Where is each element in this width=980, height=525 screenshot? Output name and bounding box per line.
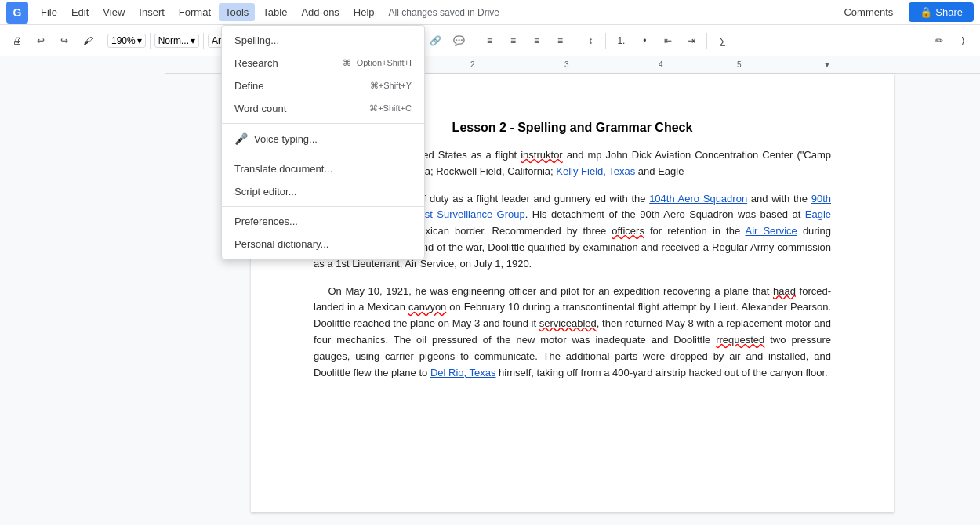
wordcount-label: Word count [234, 103, 286, 114]
ruler-mark-4: 4 [659, 60, 663, 69]
voicetyping-label: Voice typing... [254, 133, 318, 145]
personaldictionary-label: Personal dictionary... [234, 238, 328, 250]
misspelled-serviceabled: serviceabled [539, 317, 597, 329]
preferences-label: Preferences... [234, 215, 298, 227]
line-spacing-button[interactable]: ↕ [579, 30, 601, 52]
dropdown-personaldictionary[interactable]: Personal dictionary... [222, 233, 424, 255]
research-label: Research [234, 57, 278, 69]
toolbar-sep-3 [203, 33, 204, 49]
misspelled-officers: officers [612, 225, 644, 237]
ruler-mark-2: 2 [470, 60, 475, 69]
doc-paragraph-3: On May 10, 1921, he was engineering offi… [314, 284, 831, 382]
dropdown-scripteditor[interactable]: Script editor... [222, 180, 424, 203]
zoom-selector[interactable]: 190% ▾ [107, 34, 146, 48]
menu-view[interactable]: View [96, 3, 131, 21]
menu-help[interactable]: Help [347, 3, 381, 21]
dropdown-wordcount[interactable]: Word count ⌘+Shift+C [222, 97, 424, 120]
define-label: Define [234, 80, 264, 92]
align-left-button[interactable]: ≡ [478, 30, 500, 52]
dropdown-voicetyping[interactable]: 🎤 Voice typing... [222, 127, 424, 150]
toolbar-sep-8 [575, 33, 575, 49]
undo-button[interactable]: ↩ [30, 30, 52, 52]
menu-file[interactable]: File [34, 3, 64, 21]
dropdown-spelling[interactable]: Spelling... [222, 29, 424, 52]
zoom-arrow-icon: ▾ [137, 35, 142, 46]
toolbar-sep-10 [706, 33, 707, 49]
expand-button[interactable]: ⟩ [952, 30, 974, 52]
comment-inline-button[interactable]: 💬 [448, 30, 470, 52]
top-right-buttons: Comments 🔒 Share [834, 2, 974, 22]
redo-button[interactable]: ↪ [53, 30, 75, 52]
align-right-button[interactable]: ≡ [525, 30, 547, 52]
align-justify-button[interactable]: ≡ [549, 30, 571, 52]
menu-tools[interactable]: Tools [219, 3, 255, 21]
link-button[interactable]: 🔗 [424, 30, 446, 52]
misspelled-canvyon: canvyon [408, 301, 446, 313]
dropdown-define[interactable]: Define ⌘+Shift+Y [222, 74, 424, 97]
indent-button[interactable]: ⇥ [681, 30, 702, 52]
menu-format[interactable]: Format [172, 3, 217, 21]
spelling-label: Spelling... [234, 34, 279, 46]
pencil-button[interactable]: ✏ [928, 30, 950, 52]
comments-button[interactable]: Comments [834, 2, 902, 22]
ruler-mark-5: 5 [737, 60, 742, 69]
dropdown-sep-2 [222, 154, 424, 154]
print-button[interactable]: 🖨 [6, 30, 28, 52]
format-paint-button[interactable]: 🖌 [77, 30, 99, 52]
mic-icon: 🎤 [234, 132, 248, 145]
toolbar: 🖨 ↩ ↪ 🖌 190% ▾ Norm... ▾ Arial ▾ − 11 + … [0, 25, 980, 56]
app-icon: G [6, 2, 28, 24]
link-1st-surveillance[interactable]: 1st Surveillance Group [419, 208, 525, 220]
misspelled-instruktor: instruktor [521, 149, 562, 161]
saved-status: All changes saved in Drive [389, 7, 499, 18]
link-air-service[interactable]: Air Service [746, 225, 797, 237]
formula-button[interactable]: ∑ [711, 30, 733, 52]
misspelled-rrequested: rrequested [716, 334, 764, 346]
left-margin [0, 56, 165, 525]
dropdown-research[interactable]: Research ⌘+Option+Shift+I [222, 52, 424, 74]
menu-bar: File Edit View Insert Format Tools Table… [34, 3, 834, 21]
toolbar-sep-2 [150, 33, 151, 49]
scripteditor-label: Script editor... [234, 186, 296, 197]
share-button[interactable]: 🔒 Share [909, 2, 974, 22]
define-shortcut: ⌘+Shift+Y [370, 81, 412, 91]
research-shortcut: ⌘+Option+Shift+I [343, 58, 412, 68]
menu-table[interactable]: Table [256, 3, 293, 21]
link-104th[interactable]: 104th Aero Squadron [649, 193, 747, 205]
link-kelly-field[interactable]: Kelly Field, Texas [556, 165, 635, 177]
dropdown-sep-1 [222, 123, 424, 124]
style-arrow-icon: ▾ [191, 35, 195, 46]
dropdown-preferences[interactable]: Preferences... [222, 210, 424, 233]
doc-area: | 1 2 3 4 5 ▼ Lesson 2 - Spelling and Gr… [0, 56, 980, 525]
unordered-list-button[interactable]: • [633, 30, 655, 52]
menu-edit[interactable]: Edit [65, 3, 95, 21]
menu-addons[interactable]: Add-ons [295, 3, 345, 21]
dropdown-translate[interactable]: Translate document... [222, 158, 424, 180]
menu-insert[interactable]: Insert [132, 3, 171, 21]
ruler-down-arrow: ▼ [823, 60, 831, 69]
dropdown-sep-3 [222, 206, 424, 207]
wordcount-shortcut: ⌘+Shift+C [369, 103, 412, 114]
translate-label: Translate document... [234, 163, 332, 175]
misspelled-haad: haad [773, 285, 796, 297]
toolbar-sep-1 [103, 33, 103, 49]
ruler-mark-3: 3 [564, 60, 569, 69]
toolbar-sep-7 [474, 33, 474, 49]
link-del-rio[interactable]: Del Rio, Texas [430, 367, 496, 378]
lock-icon: 🔒 [920, 6, 932, 18]
toolbar-right: ✏ ⟩ [928, 30, 974, 52]
ordered-list-button[interactable]: 1. [610, 30, 632, 52]
align-center-button[interactable]: ≡ [502, 30, 524, 52]
top-bar: G File Edit View Insert Format Tools Tab… [0, 0, 980, 25]
style-selector[interactable]: Norm... ▾ [154, 34, 199, 48]
outdent-button[interactable]: ⇤ [657, 30, 679, 52]
toolbar-sep-9 [605, 33, 606, 49]
tools-dropdown: Spelling... Research ⌘+Option+Shift+I De… [221, 25, 425, 259]
